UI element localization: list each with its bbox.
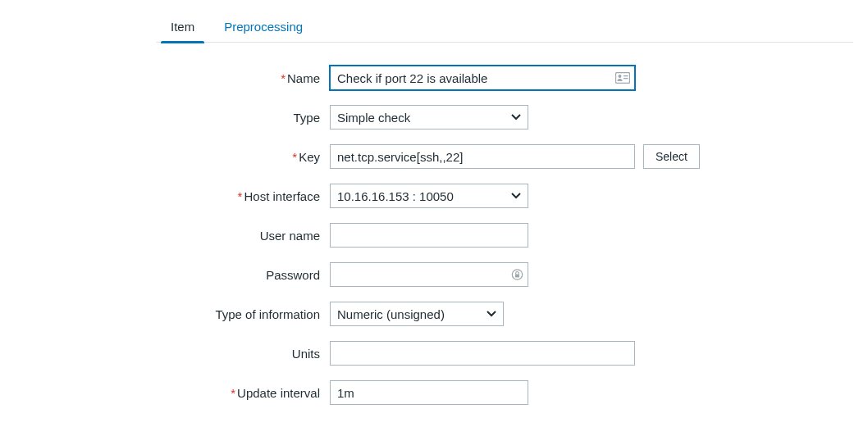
- select-button-label: Select: [656, 150, 688, 163]
- chevron-down-icon: [511, 114, 521, 120]
- password-lock-icon: [511, 269, 523, 281]
- form: *Name Type Simple check: [0, 66, 868, 405]
- update-interval-input[interactable]: [330, 380, 528, 405]
- type-of-info-select[interactable]: Numeric (unsigned): [330, 302, 504, 326]
- label-host-interface: *Host interface: [15, 189, 320, 203]
- svg-rect-2: [624, 75, 628, 76]
- row-update-interval: *Update interval: [15, 380, 853, 405]
- required-marker: *: [238, 189, 243, 203]
- password-input[interactable]: [330, 262, 528, 287]
- required-marker: *: [231, 386, 235, 400]
- label-password: Password: [15, 268, 320, 282]
- row-type: Type Simple check: [15, 105, 853, 129]
- label-user-name: User name: [15, 229, 320, 243]
- key-input[interactable]: [330, 144, 635, 169]
- chevron-down-icon: [487, 311, 496, 317]
- svg-point-1: [619, 75, 622, 78]
- row-type-of-info: Type of information Numeric (unsigned): [15, 302, 853, 326]
- svg-rect-5: [515, 275, 519, 278]
- user-name-input[interactable]: [330, 223, 528, 248]
- row-units: Units: [15, 341, 853, 366]
- required-marker: *: [281, 71, 286, 85]
- row-key: *Key Select: [15, 144, 853, 169]
- host-interface-value: 10.16.16.153 : 10050: [331, 189, 478, 203]
- row-user-name: User name: [15, 223, 853, 248]
- type-of-info-value: Numeric (unsigned): [331, 307, 469, 321]
- name-input[interactable]: [330, 66, 635, 90]
- type-select-value: Simple check: [331, 111, 435, 125]
- required-marker: *: [292, 150, 297, 164]
- row-name: *Name: [15, 66, 853, 90]
- type-select[interactable]: Simple check: [330, 105, 528, 129]
- svg-rect-3: [624, 78, 628, 79]
- label-update-interval: *Update interval: [15, 386, 320, 400]
- tab-item-label: Item: [171, 20, 194, 34]
- tabs: Item Preprocessing: [156, 15, 853, 43]
- label-key: *Key: [15, 150, 320, 164]
- tab-preprocessing[interactable]: Preprocessing: [209, 15, 318, 42]
- host-interface-select[interactable]: 10.16.16.153 : 10050: [330, 184, 528, 208]
- select-button[interactable]: Select: [643, 144, 700, 169]
- label-units: Units: [15, 347, 320, 361]
- tab-preprocessing-label: Preprocessing: [224, 20, 303, 34]
- id-card-icon: [615, 72, 630, 84]
- label-type-of-info: Type of information: [15, 307, 320, 321]
- label-type: Type: [15, 111, 320, 125]
- chevron-down-icon: [511, 193, 521, 199]
- units-input[interactable]: [330, 341, 635, 366]
- row-password: Password: [15, 262, 853, 287]
- tab-item[interactable]: Item: [156, 15, 209, 42]
- row-host-interface: *Host interface 10.16.16.153 : 10050: [15, 184, 853, 208]
- page: Item Preprocessing *Name Type: [0, 0, 868, 427]
- label-name: *Name: [15, 71, 320, 85]
